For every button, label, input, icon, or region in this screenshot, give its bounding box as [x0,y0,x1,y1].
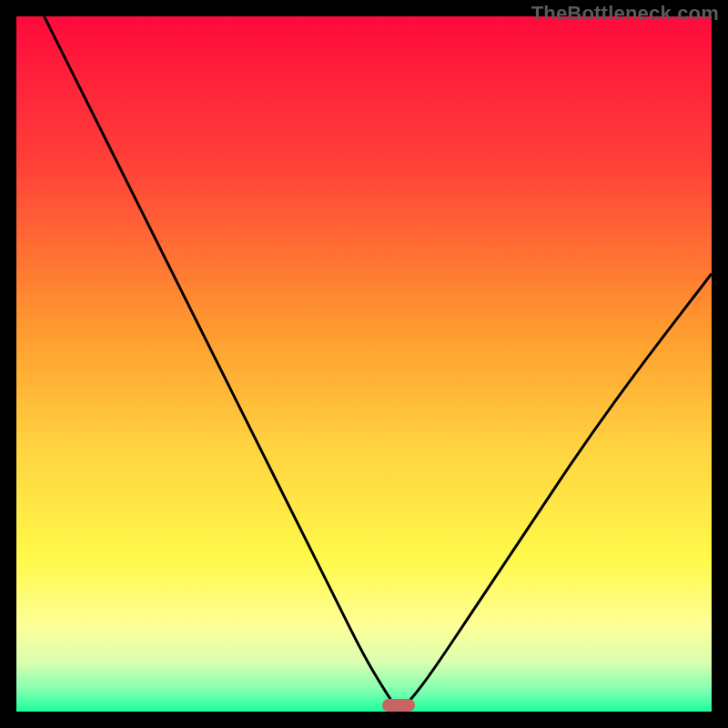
bottleneck-curve [16,16,712,712]
watermark-text: TheBottleneck.com [531,2,719,25]
plot-area [16,16,712,712]
optimum-marker [382,699,415,712]
chart-frame: TheBottleneck.com [0,0,728,728]
